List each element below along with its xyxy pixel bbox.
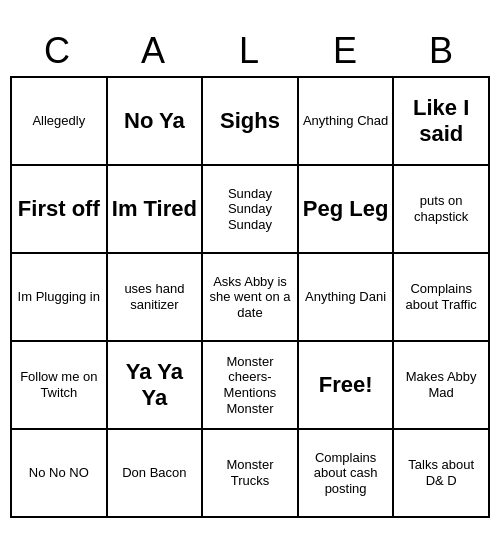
bingo-cell-14[interactable]: Complains about Traffic — [394, 254, 490, 342]
bingo-cell-0[interactable]: Allegedly — [12, 78, 108, 166]
bingo-header: CALEB — [10, 26, 490, 76]
bingo-cell-6[interactable]: Im Tired — [108, 166, 204, 254]
bingo-cell-4[interactable]: Like I said — [394, 78, 490, 166]
bingo-cell-9[interactable]: puts on chapstick — [394, 166, 490, 254]
bingo-cell-21[interactable]: Don Bacon — [108, 430, 204, 518]
bingo-cell-8[interactable]: Peg Leg — [299, 166, 395, 254]
bingo-cell-10[interactable]: Im Plugging in — [12, 254, 108, 342]
bingo-cell-12[interactable]: Asks Abby is she went on a date — [203, 254, 299, 342]
bingo-cell-24[interactable]: Talks about D& D — [394, 430, 490, 518]
bingo-cell-7[interactable]: Sunday Sunday Sunday — [203, 166, 299, 254]
bingo-cell-16[interactable]: Ya Ya Ya — [108, 342, 204, 430]
bingo-cell-15[interactable]: Follow me on Twitch — [12, 342, 108, 430]
bingo-cell-1[interactable]: No Ya — [108, 78, 204, 166]
bingo-cell-2[interactable]: Sighs — [203, 78, 299, 166]
header-letter: B — [394, 26, 490, 76]
header-letter: L — [202, 26, 298, 76]
bingo-cell-5[interactable]: First off — [12, 166, 108, 254]
header-letter: A — [106, 26, 202, 76]
bingo-cell-11[interactable]: uses hand sanitizer — [108, 254, 204, 342]
bingo-cell-17[interactable]: Monster cheers- Mentions Monster — [203, 342, 299, 430]
bingo-cell-3[interactable]: Anything Chad — [299, 78, 395, 166]
bingo-grid: AllegedlyNo YaSighsAnything ChadLike I s… — [10, 76, 490, 518]
bingo-cell-19[interactable]: Makes Abby Mad — [394, 342, 490, 430]
bingo-cell-23[interactable]: Complains about cash posting — [299, 430, 395, 518]
bingo-cell-20[interactable]: No No NO — [12, 430, 108, 518]
bingo-cell-18[interactable]: Free! — [299, 342, 395, 430]
header-letter: C — [10, 26, 106, 76]
bingo-cell-13[interactable]: Anything Dani — [299, 254, 395, 342]
bingo-card: CALEB AllegedlyNo YaSighsAnything ChadLi… — [10, 26, 490, 518]
header-letter: E — [298, 26, 394, 76]
bingo-cell-22[interactable]: Monster Trucks — [203, 430, 299, 518]
